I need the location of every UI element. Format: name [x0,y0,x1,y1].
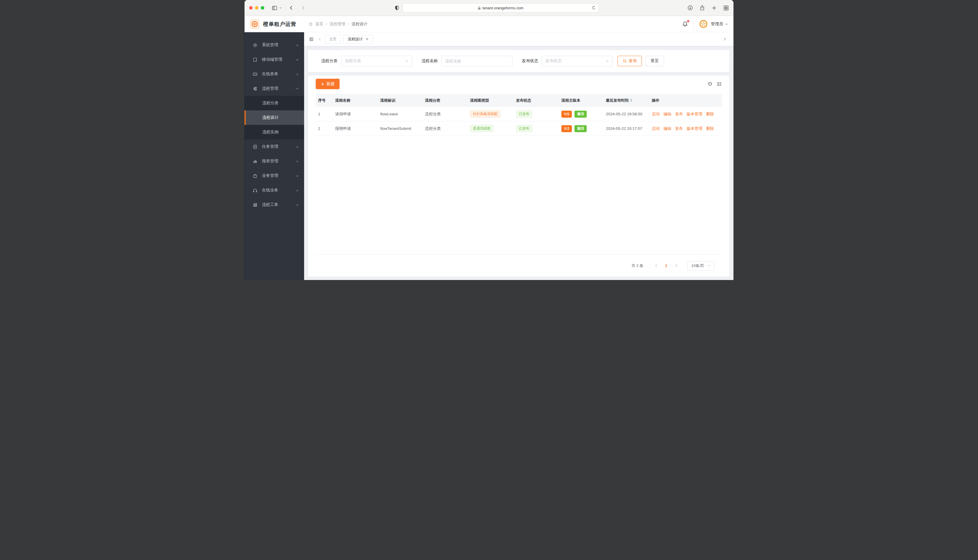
user-menu-chevron-icon[interactable] [725,22,728,26]
sidebar-item-flow-ticket[interactable]: 流程工单 [244,198,304,212]
notification-bell-icon[interactable] [682,21,688,27]
flow-mgmt-submenu: 流程分类 流程设计 流程实例 [244,96,304,139]
mobile-icon [252,57,258,62]
chevron-down-icon [707,264,710,267]
status-select[interactable]: 发布状态 [542,56,613,66]
version-mgmt-action[interactable]: 版本管理 [687,126,702,131]
tasks-icon [252,144,258,149]
sidebar-item-task-mgmt[interactable]: 任务管理 [244,139,304,154]
chevron-down-icon [296,58,299,61]
tabs-scroll-right-icon[interactable] [723,37,727,41]
bar-chart-icon [252,159,258,164]
chevron-down-icon [296,203,299,207]
category-select[interactable]: 流程分类 [341,56,412,66]
publish-action[interactable]: 发布 [675,126,683,131]
refresh-icon[interactable] [707,82,712,87]
shopping-bag-icon [252,173,258,178]
publish-action[interactable]: 发布 [675,112,683,117]
next-page-icon[interactable] [670,264,682,268]
sidebar-item-mobile[interactable]: 移动端管理 [244,52,304,67]
avatar[interactable] [699,20,708,28]
chevron-down-icon [296,43,299,47]
flow-table-card: 新建 [308,75,729,277]
app-logo [250,19,260,29]
sort-caret-icon[interactable] [630,98,632,102]
table-row: 1 请假申请 flowLeave 流程分类 钉钉风格流程图 已发布 V:5 激活… [316,107,722,122]
name-input-wrap [441,56,513,66]
new-tab-icon[interactable] [711,5,717,11]
back-button[interactable] [288,5,294,11]
page-number[interactable]: 1 [662,263,670,268]
version-mgmt-action[interactable]: 版本管理 [687,112,702,117]
chevron-down-icon [296,174,299,177]
home-icon[interactable] [308,22,313,26]
flow-category-cell: 流程分类 [423,112,468,117]
tab-flow-design[interactable]: 流程设计 ✕ [343,35,373,43]
create-button[interactable]: 新建 [316,79,339,89]
plus-icon [321,82,324,86]
page-tab-bar: 主页 流程设计 ✕ [304,32,734,46]
tab-home[interactable]: 主页 [325,35,341,43]
table-toolbar: 新建 [308,75,729,94]
share-icon[interactable] [699,5,705,11]
chevron-down-icon [296,160,299,163]
page-size-select[interactable]: 10条/页 [687,261,714,270]
sidebar-item-flow-mgmt[interactable]: 流程管理 [244,81,304,96]
sortable-header-publish-time[interactable]: 最近发布时间 [604,98,649,103]
start-action[interactable]: 启动 [652,112,660,117]
sidebar-dropdown-icon[interactable] [279,7,282,9]
flow-type-tag: 普通流程图 [470,125,493,132]
reload-icon[interactable] [592,6,596,10]
sidebar-item-system[interactable]: 系统管理 [244,38,304,52]
active-tag: 激活 [575,111,587,118]
delete-action[interactable]: 删除 [706,112,714,117]
flow-name-cell: 请假申请 [333,112,378,117]
sidebar-item-online-business[interactable]: 在线业务 [244,183,304,198]
breadcrumb-flow-mgmt[interactable]: 流程管理 [330,22,345,27]
chevron-up-icon [296,87,299,90]
publish-time-cell: 2024-05-22 19:58:50 [604,112,649,116]
close-tab-icon[interactable]: ✕ [365,37,369,41]
chevron-down-icon [296,189,299,192]
form-icon [252,72,258,77]
sidebar-item-flow-instance[interactable]: 流程实例 [244,125,304,139]
prev-page-icon[interactable] [650,264,662,268]
tab-overview-icon[interactable] [723,5,729,11]
sliders-icon [252,86,258,91]
zoom-window-button[interactable] [261,6,264,10]
flow-key-cell: flowTenantSubmit [378,127,423,131]
edit-action[interactable]: 编辑 [664,112,671,117]
sidebar-item-flow-design[interactable]: 流程设计 [244,110,304,125]
start-action[interactable]: 启动 [652,126,660,131]
name-filter-label: 流程名称 [421,58,438,63]
user-name[interactable]: 管理员 [711,22,723,27]
status-tag: 已发布 [516,110,532,118]
sidebar-item-online-form[interactable]: 在线表单 [244,67,304,81]
table-header-row: 序号 流程名称 流程标识 流程分类 流程图类型 发布状态 流程主版本 最近发布时… [316,94,722,107]
sidebar-item-business-mgmt[interactable]: 业务管理 [244,168,304,183]
sidebar-item-flow-category[interactable]: 流程分类 [244,96,304,110]
breadcrumb-home[interactable]: 首页 [316,22,323,27]
forward-button[interactable] [300,5,306,11]
sidebar-toggle-icon[interactable] [272,5,278,11]
delete-action[interactable]: 删除 [706,126,714,131]
app-header: 橙单租户运营 首页 / 流程管理 / 流程设计 [244,16,734,32]
filter-panel: 流程分类 流程分类 流程名称 发布状态 发布状态 [308,50,729,72]
flow-type-tag: 钉钉风格流程图 [470,110,500,118]
breadcrumb: 首页 / 流程管理 / 流程设计 [308,22,368,27]
publish-time-cell: 2024-05-22 20:17:07 [604,127,649,131]
flow-name-input[interactable] [445,59,509,63]
collapse-menu-icon[interactable] [309,37,314,42]
gear-icon [252,43,258,48]
privacy-shield-icon[interactable] [395,5,400,11]
tabs-scroll-left-icon[interactable] [318,37,322,41]
address-bar[interactable]: tenant.orangeforms.com [402,3,599,12]
sidebar-item-report-mgmt[interactable]: 报表管理 [244,154,304,168]
query-button[interactable]: 查询 [617,56,642,66]
edit-action[interactable]: 编辑 [664,126,671,131]
close-window-button[interactable] [249,6,252,10]
downloads-icon[interactable] [687,5,693,11]
row-density-icon[interactable] [717,82,722,87]
minimize-window-button[interactable] [255,6,259,10]
reset-button[interactable]: 重置 [645,56,664,66]
